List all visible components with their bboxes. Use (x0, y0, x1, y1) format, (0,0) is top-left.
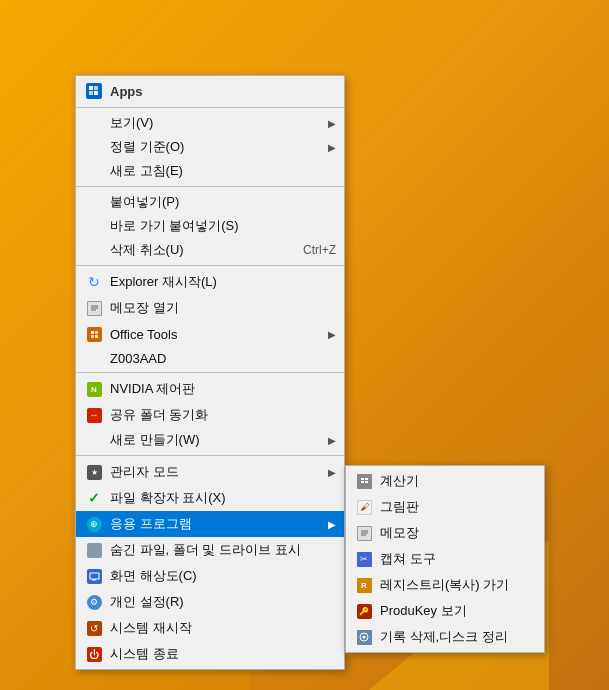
menu-item-paste[interactable]: 붙여넣기(P) (76, 190, 344, 214)
view-arrow: ▶ (328, 118, 336, 129)
notepad-label: 메모장 열기 (110, 299, 336, 317)
sort-label: 정렬 기준(O) (110, 138, 328, 156)
menu-header-apps: Apps (76, 78, 344, 104)
file-ext-label: 파일 확장자 표시(X) (110, 489, 336, 507)
menu-item-new[interactable]: 새로 만들기(W) ▶ (76, 428, 344, 452)
sync-label: 공유 폴더 동기화 (110, 406, 336, 424)
office-tools-arrow: ▶ (328, 329, 336, 340)
svg-rect-15 (365, 478, 368, 480)
z003aad-label: Z003AAD (110, 351, 336, 366)
explorer-restart-icon: ↻ (84, 272, 104, 292)
calc-icon (354, 471, 374, 491)
menu-item-sort[interactable]: 정렬 기준(O) ▶ (76, 135, 344, 159)
screen-res-label: 화면 해상도(C) (110, 567, 336, 585)
svg-rect-8 (95, 331, 98, 334)
hidden-files-icon (84, 540, 104, 560)
apps-submenu-panel: 계산기 🖌 그림판 메모장 ✂ 캡쳐 도구 R (345, 465, 545, 653)
personal-settings-icon: ⚙ (84, 592, 104, 612)
memopad-label: 메모장 (380, 524, 536, 542)
separator-1 (76, 186, 344, 187)
memo-icon (354, 523, 374, 543)
svg-rect-9 (91, 335, 94, 338)
svg-rect-1 (94, 86, 98, 90)
submenu-item-calculator[interactable]: 계산기 (346, 468, 544, 494)
admin-icon: ★ (84, 462, 104, 482)
explorer-restart-label: Explorer 재시작(L) (110, 273, 336, 291)
submenu-item-memopad[interactable]: 메모장 (346, 520, 544, 546)
apps-submenu-arrow: ▶ (328, 519, 336, 530)
separator-2 (76, 265, 344, 266)
submenu-item-paint[interactable]: 🖌 그림판 (346, 494, 544, 520)
capture-icon: ✂ (354, 549, 374, 569)
undo-label: 삭제 취소(U) (110, 241, 303, 259)
separator-0 (76, 107, 344, 108)
menu-item-paste-shortcut[interactable]: 바로 가기 붙여넣기(S) (76, 214, 344, 238)
menu-item-z003aad[interactable]: Z003AAD (76, 347, 344, 369)
power-icon: ⏻ (84, 644, 104, 664)
menu-item-system-exit[interactable]: ⏻ 시스템 종료 (76, 641, 344, 667)
submenu-item-disk[interactable]: 기록 삭제,디스크 정리 (346, 624, 544, 650)
paint-icon: 🖌 (354, 497, 374, 517)
svg-rect-16 (361, 481, 364, 483)
submenu-item-capture[interactable]: ✂ 캡쳐 도구 (346, 546, 544, 572)
office-tools-icon (84, 324, 104, 344)
nvidia-label: NVIDIA 제어판 (110, 380, 336, 398)
disk-label: 기록 삭제,디스크 정리 (380, 628, 536, 646)
paste-shortcut-label: 바로 가기 붙여넣기(S) (110, 217, 336, 235)
svg-rect-17 (365, 481, 368, 483)
menu-item-view[interactable]: 보기(V) ▶ (76, 111, 344, 135)
separator-4 (76, 455, 344, 456)
refresh-label: 새로 고침(E) (110, 162, 336, 180)
check-icon: ✓ (84, 488, 104, 508)
submenu-item-produkey[interactable]: 🔑 ProduKey 보기 (346, 598, 544, 624)
view-label: 보기(V) (110, 114, 328, 132)
system-exit-label: 시스템 종료 (110, 645, 336, 663)
svg-point-22 (363, 636, 366, 639)
apps-submenu-label: 응용 프로그램 (110, 515, 328, 533)
svg-rect-10 (95, 335, 98, 338)
admin-label: 관리자 모드 (110, 463, 328, 481)
menu-item-apps-submenu[interactable]: ⊕ 응용 프로그램 ▶ (76, 511, 344, 537)
separator-3 (76, 372, 344, 373)
menu-item-notepad[interactable]: 메모장 열기 (76, 295, 344, 321)
produkey-label: ProduKey 보기 (380, 602, 536, 620)
menu-item-sync[interactable]: ↔ 공유 폴더 동기화 (76, 402, 344, 428)
menu-item-personal[interactable]: ⚙ 개인 설정(R) (76, 589, 344, 615)
svg-rect-0 (89, 86, 93, 90)
hidden-files-label: 숨긴 파일, 폴더 및 드라이브 표시 (110, 541, 336, 559)
menu-item-office-tools[interactable]: Office Tools ▶ (76, 321, 344, 347)
menu-item-explorer-restart[interactable]: ↻ Explorer 재시작(L) (76, 269, 344, 295)
system-restart-label: 시스템 재시작 (110, 619, 336, 637)
svg-rect-11 (90, 573, 99, 579)
menu-item-file-ext[interactable]: ✓ 파일 확장자 표시(X) (76, 485, 344, 511)
submenu-item-registry[interactable]: R 레지스트리(복사) 가기 (346, 572, 544, 598)
paint-label: 그림판 (380, 498, 536, 516)
menu-item-nvidia[interactable]: N NVIDIA 제어판 (76, 376, 344, 402)
personal-label: 개인 설정(R) (110, 593, 336, 611)
menu-item-undo[interactable]: 삭제 취소(U) Ctrl+Z (76, 238, 344, 262)
registry-icon: R (354, 575, 374, 595)
notepad-icon (84, 298, 104, 318)
globe-icon: ⊕ (84, 514, 104, 534)
main-context-menu: Apps 보기(V) ▶ 정렬 기준(O) ▶ 새로 고침(E) 붙여넣기(P)… (75, 75, 345, 670)
menu-item-refresh[interactable]: 새로 고침(E) (76, 159, 344, 183)
produkey-icon: 🔑 (354, 601, 374, 621)
calculator-label: 계산기 (380, 472, 536, 490)
svg-rect-3 (94, 91, 98, 95)
apps-header-label: Apps (110, 84, 336, 99)
office-tools-label: Office Tools (110, 327, 328, 342)
svg-rect-2 (89, 91, 93, 95)
undo-shortcut: Ctrl+Z (303, 243, 336, 257)
screen-icon (84, 566, 104, 586)
capture-label: 캡쳐 도구 (380, 550, 536, 568)
menu-item-hidden-files[interactable]: 숨긴 파일, 폴더 및 드라이브 표시 (76, 537, 344, 563)
admin-arrow: ▶ (328, 467, 336, 478)
sort-arrow: ▶ (328, 142, 336, 153)
new-arrow: ▶ (328, 435, 336, 446)
menu-item-screen-res[interactable]: 화면 해상도(C) (76, 563, 344, 589)
menu-item-system-restart[interactable]: ↺ 시스템 재시작 (76, 615, 344, 641)
menu-item-admin[interactable]: ★ 관리자 모드 ▶ (76, 459, 344, 485)
paste-label: 붙여넣기(P) (110, 193, 336, 211)
svg-rect-7 (91, 331, 94, 334)
sync-icon: ↔ (84, 405, 104, 425)
